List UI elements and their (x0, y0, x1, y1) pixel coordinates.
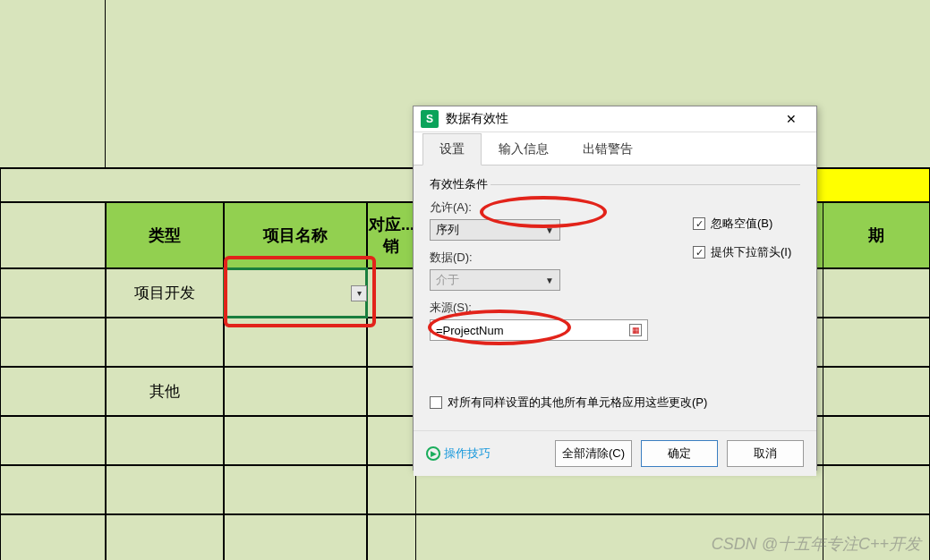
dropdown-button[interactable] (351, 285, 367, 301)
ignore-blank-checkbox[interactable]: ✓ 忽略空值(B) (693, 216, 791, 232)
source-input[interactable]: =ProjectNum ▦ (430, 319, 648, 341)
header-type[interactable]: 类型 (106, 202, 224, 268)
dialog-title: 数据有效性 (446, 111, 508, 127)
chevron-down-icon: ▼ (545, 225, 554, 235)
cell[interactable] (823, 367, 930, 416)
blank-cell[interactable] (0, 168, 465, 202)
cell[interactable] (224, 367, 367, 416)
dialog-titlebar[interactable]: S 数据有效性 ✕ (414, 106, 816, 132)
blank-cell[interactable] (0, 318, 106, 367)
cell[interactable] (224, 465, 367, 514)
tips-label: 操作技巧 (444, 445, 491, 462)
cell-type[interactable] (106, 318, 224, 367)
range-picker-icon[interactable]: ▦ (629, 324, 642, 336)
watermark: CSDN @十五年专注C++开发 (712, 533, 921, 555)
cell-project-selected[interactable] (224, 268, 367, 318)
cell[interactable] (823, 268, 930, 318)
chevron-down-icon: ▼ (545, 276, 554, 285)
tab-error-alert[interactable]: 出错警告 (566, 133, 650, 165)
source-label: 来源(S): (430, 300, 648, 316)
cell-type[interactable]: 项目开发 (106, 268, 224, 318)
blank-cell[interactable] (0, 416, 106, 465)
cell[interactable] (823, 465, 930, 514)
data-combo[interactable]: 介于 ▼ (430, 269, 560, 291)
play-icon: ▶ (426, 446, 440, 461)
data-label: 数据(D): (430, 250, 648, 266)
cell[interactable] (224, 318, 367, 367)
dialog-footer: ▶ 操作技巧 全部清除(C) 确定 取消 (414, 430, 816, 476)
dialog-body: 有效性条件 允许(A): 序列 ▼ 数据(D): 介于 ▼ 来源(S): =Pr… (414, 165, 816, 430)
tips-link[interactable]: ▶ 操作技巧 (426, 445, 491, 462)
cell[interactable] (823, 416, 930, 465)
clear-all-button[interactable]: 全部清除(C) (555, 440, 632, 467)
header-project-name[interactable]: 项目名称 (224, 202, 367, 268)
tab-input-msg[interactable]: 输入信息 (482, 133, 566, 165)
header-corresp[interactable]: 对应... 销 (367, 202, 416, 268)
cell[interactable] (367, 416, 416, 465)
apply-all-label: 对所有同样设置的其他所有单元格应用这些更改(P) (448, 395, 707, 411)
ignore-blank-label: 忽略空值(B) (711, 216, 772, 232)
checkbox-icon: ✓ (693, 246, 705, 259)
cell[interactable] (367, 318, 416, 367)
cell[interactable] (106, 465, 224, 514)
dialog-tabs: 设置 输入信息 出错警告 (414, 132, 816, 165)
cell[interactable] (106, 416, 224, 465)
blank-cell[interactable] (0, 465, 106, 514)
data-validation-dialog: S 数据有效性 ✕ 设置 输入信息 出错警告 有效性条件 允许(A): 序列 ▼… (413, 106, 817, 471)
close-button[interactable]: ✕ (773, 106, 809, 132)
cell[interactable] (367, 367, 416, 416)
source-value: =ProjectNum (436, 324, 504, 337)
app-icon: S (421, 110, 439, 128)
blank-cell[interactable] (0, 268, 106, 318)
blank-cell[interactable] (0, 514, 106, 560)
checkbox-icon: ✓ (693, 217, 705, 230)
apply-all-checkbox[interactable]: 对所有同样设置的其他所有单元格应用这些更改(P) (430, 395, 800, 411)
cell-type[interactable]: 其他 (106, 367, 224, 416)
cell[interactable] (106, 514, 224, 560)
cell[interactable] (224, 416, 367, 465)
allow-label: 允许(A): (430, 199, 648, 216)
checkbox-icon (430, 396, 442, 409)
blank-cell[interactable] (0, 367, 106, 416)
blank-cell[interactable] (0, 202, 106, 268)
cell[interactable] (823, 318, 930, 367)
ok-button[interactable]: 确定 (641, 440, 718, 467)
provide-dropdown-label: 提供下拉箭头(I) (711, 244, 791, 260)
cell[interactable] (224, 514, 367, 560)
section-label: 有效性条件 (430, 176, 800, 192)
cell[interactable] (367, 465, 416, 514)
cell[interactable] (367, 514, 416, 560)
allow-combo[interactable]: 序列 ▼ (430, 219, 560, 241)
header-right[interactable]: 期 (823, 202, 930, 268)
cell[interactable] (367, 268, 416, 318)
provide-dropdown-checkbox[interactable]: ✓ 提供下拉箭头(I) (693, 244, 791, 260)
allow-value: 序列 (436, 222, 459, 238)
tab-settings[interactable]: 设置 (422, 133, 482, 165)
data-value: 介于 (436, 272, 459, 288)
cancel-button[interactable]: 取消 (727, 440, 804, 467)
